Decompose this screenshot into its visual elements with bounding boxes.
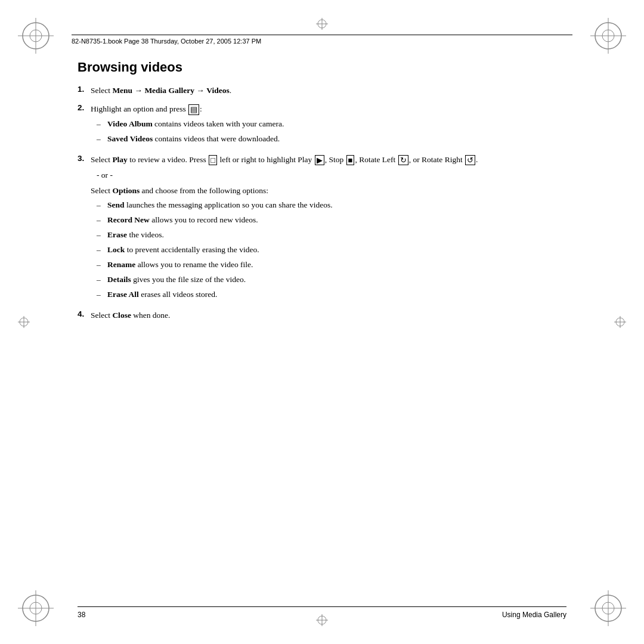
erase-all-bold: Erase All bbox=[107, 290, 139, 299]
send-content: Send launches the messaging application … bbox=[107, 199, 566, 212]
dash-send: – bbox=[97, 199, 107, 212]
main-list: 1. Select Menu → Media Gallery → Videos.… bbox=[78, 85, 566, 322]
sub-item-erase-all: – Erase All erases all videos stored. bbox=[91, 289, 566, 301]
list-item-4: 4. Select Close when done. bbox=[78, 309, 566, 322]
dash-2: – bbox=[97, 133, 107, 145]
corner-mark-bl bbox=[18, 590, 54, 626]
dash-details: – bbox=[97, 274, 107, 286]
erase-content: Erase the videos. bbox=[107, 229, 566, 242]
mid-mark-top bbox=[316, 18, 328, 30]
play-icon: ▶ bbox=[315, 155, 324, 166]
step-4-num: 4. bbox=[78, 309, 91, 318]
corner-mark-br bbox=[590, 590, 626, 626]
mid-mark-right bbox=[614, 316, 626, 328]
step-1-num: 1. bbox=[78, 85, 91, 94]
dash-erase: – bbox=[97, 229, 107, 242]
video-album-content: Video Album contains videos taken with y… bbox=[107, 118, 566, 131]
sub-item-details: – Details gives you the file size of the… bbox=[91, 274, 566, 286]
sub-list-2: – Video Album contains videos taken with… bbox=[91, 118, 566, 145]
page-title: Browsing videos bbox=[78, 60, 566, 75]
sub-item-video-album: – Video Album contains videos taken with… bbox=[91, 118, 566, 131]
step-2-text: Highlight an option and press ▤: bbox=[91, 104, 202, 113]
footer-page-num: 38 bbox=[78, 611, 85, 619]
options-intro: Select Options and choose from the follo… bbox=[91, 185, 566, 197]
dash-erase-all: – bbox=[97, 289, 107, 301]
send-bold: Send bbox=[107, 200, 125, 209]
step-1-content: Select Menu → Media Gallery → Videos. bbox=[91, 85, 566, 97]
main-content: Browsing videos 1. Select Menu → Media G… bbox=[78, 60, 566, 596]
erase-all-content: Erase All erases all videos stored. bbox=[107, 289, 566, 301]
dash-record: – bbox=[97, 214, 107, 227]
nav-icon: □ bbox=[209, 155, 217, 166]
erase-bold: Erase bbox=[107, 230, 127, 239]
sub-item-lock: – Lock to prevent accidentally erasing t… bbox=[91, 244, 566, 256]
footer: 38 Using Media Gallery bbox=[78, 606, 566, 619]
media-gallery-bold: Media Gallery bbox=[144, 86, 194, 95]
highlight-icon: ▤ bbox=[188, 104, 199, 115]
close-bold: Close bbox=[112, 311, 131, 320]
header-bar: 82-N8735-1.book Page 38 Thursday, Octobe… bbox=[72, 35, 572, 45]
corner-mark-tr bbox=[590, 18, 626, 54]
page-container: 82-N8735-1.book Page 38 Thursday, Octobe… bbox=[0, 0, 644, 644]
dash-lock: – bbox=[97, 244, 107, 256]
step-3-text: Select Play to review a video. Press □ l… bbox=[91, 155, 478, 164]
sub-item-saved-videos: – Saved Videos contains videos that were… bbox=[91, 133, 566, 145]
dash-1: – bbox=[97, 118, 107, 131]
details-bold: Details bbox=[107, 275, 131, 284]
saved-videos-content: Saved Videos contains videos that were d… bbox=[107, 133, 566, 145]
rotate-left-icon: ↻ bbox=[398, 155, 408, 166]
list-item-3: 3. Select Play to review a video. Press … bbox=[78, 154, 566, 304]
footer-section-text: Using Media Gallery bbox=[502, 611, 566, 619]
record-content: Record New allows you to record new vide… bbox=[107, 214, 566, 227]
rotate-right-icon: ↺ bbox=[465, 155, 475, 166]
step-2-content: Highlight an option and press ▤: – Video… bbox=[91, 103, 566, 148]
or-separator: - or - bbox=[91, 169, 566, 182]
video-album-bold: Video Album bbox=[107, 119, 153, 128]
sub-list-options: – Send launches the messaging applicatio… bbox=[91, 199, 566, 301]
options-bold: Options bbox=[112, 186, 140, 195]
mid-mark-left bbox=[18, 316, 30, 328]
saved-videos-bold: Saved Videos bbox=[107, 134, 153, 143]
step-3-content: Select Play to review a video. Press □ l… bbox=[91, 154, 566, 304]
rename-bold: Rename bbox=[107, 260, 135, 269]
details-content: Details gives you the file size of the v… bbox=[107, 274, 566, 286]
list-item-2: 2. Highlight an option and press ▤: – Vi… bbox=[78, 103, 566, 148]
sub-item-send: – Send launches the messaging applicatio… bbox=[91, 199, 566, 212]
play-bold: Play bbox=[112, 155, 128, 164]
rename-content: Rename allows you to rename the video fi… bbox=[107, 259, 566, 271]
stop-icon: ■ bbox=[346, 155, 355, 166]
step-3-num: 3. bbox=[78, 154, 91, 163]
corner-mark-tl bbox=[18, 18, 54, 54]
menu-bold: Menu bbox=[112, 86, 132, 95]
record-bold: Record New bbox=[107, 215, 150, 224]
step-2-num: 2. bbox=[78, 103, 91, 112]
lock-content: Lock to prevent accidentally erasing the… bbox=[107, 244, 566, 256]
header-text: 82-N8735-1.book Page 38 Thursday, Octobe… bbox=[72, 38, 261, 45]
sub-item-rename: – Rename allows you to rename the video … bbox=[91, 259, 566, 271]
list-item-1: 1. Select Menu → Media Gallery → Videos. bbox=[78, 85, 566, 97]
videos-bold: Videos bbox=[206, 86, 230, 95]
step-4-content: Select Close when done. bbox=[91, 309, 566, 322]
lock-bold: Lock bbox=[107, 245, 125, 254]
dash-rename: – bbox=[97, 259, 107, 271]
sub-item-erase: – Erase the videos. bbox=[91, 229, 566, 242]
sub-item-record-new: – Record New allows you to record new vi… bbox=[91, 214, 566, 227]
